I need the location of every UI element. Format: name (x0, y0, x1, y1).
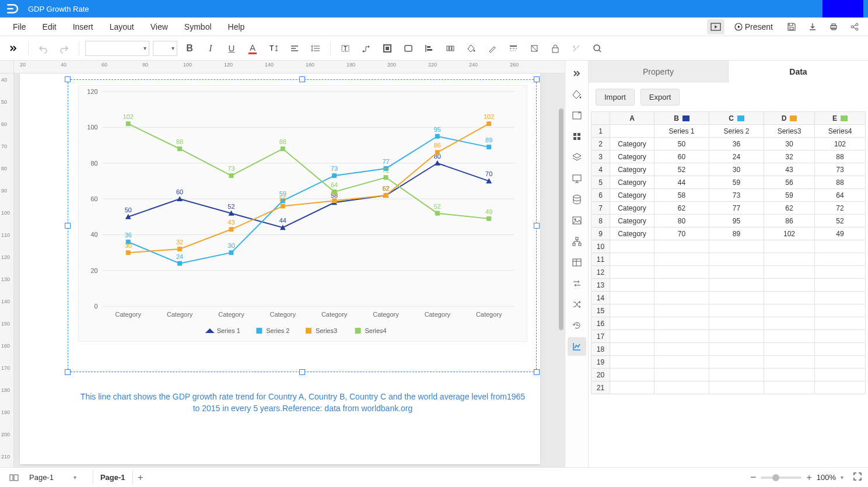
line-style-icon[interactable] (505, 40, 522, 57)
svg-point-7 (856, 28, 858, 30)
share-icon[interactable] (846, 19, 863, 34)
save-icon[interactable] (783, 19, 800, 34)
selection-handle[interactable] (299, 369, 305, 375)
export-button[interactable]: Export (640, 89, 680, 106)
import-button[interactable]: Import (596, 89, 635, 106)
swap-icon[interactable] (568, 274, 586, 293)
hierarchy-icon[interactable] (568, 232, 586, 251)
search-icon[interactable] (589, 40, 606, 57)
menu-item-edit[interactable]: Edit (34, 20, 65, 34)
fill-icon[interactable] (463, 40, 480, 57)
svg-rect-112 (578, 133, 580, 136)
shape-outline-icon[interactable] (379, 40, 396, 57)
selection-handle[interactable] (65, 223, 71, 229)
chart-caption[interactable]: This line chart shows the GDP growth rat… (78, 391, 527, 414)
svg-rect-14 (405, 45, 412, 51)
database-icon[interactable] (568, 190, 586, 209)
layers-icon[interactable] (568, 148, 586, 167)
fullscreen-icon[interactable] (853, 472, 862, 483)
menu-item-insert[interactable]: Insert (65, 20, 102, 34)
collapse-icon[interactable] (568, 64, 586, 83)
title-bar: GDP Growth Rate (0, 0, 868, 17)
svg-rect-13 (386, 47, 389, 50)
svg-rect-15 (427, 46, 430, 48)
table-icon[interactable] (568, 253, 586, 272)
align-objects-icon[interactable] (421, 40, 438, 57)
chart-tool-icon[interactable] (568, 337, 586, 356)
selection-handle[interactable] (534, 369, 540, 375)
lock-icon[interactable] (547, 40, 564, 57)
print-icon[interactable] (825, 19, 842, 34)
zoom-value[interactable]: 100% (817, 473, 836, 482)
undo-icon[interactable] (34, 40, 52, 57)
align-icon[interactable] (286, 40, 303, 57)
zoom-in-icon[interactable]: + (806, 472, 811, 483)
pen-icon[interactable] (484, 40, 501, 57)
underline-icon[interactable]: U (223, 40, 240, 57)
shape-icon[interactable] (400, 40, 417, 57)
svg-rect-19 (452, 46, 454, 51)
selection-handle[interactable] (65, 369, 71, 375)
bold-icon[interactable]: B (181, 40, 198, 57)
font-color-icon[interactable]: A (244, 40, 261, 57)
add-page-icon[interactable]: + (133, 472, 148, 483)
present-label: Present (745, 22, 773, 31)
selection-handle[interactable] (65, 76, 71, 82)
svg-point-23 (594, 45, 600, 51)
menu-item-help[interactable]: Help (220, 20, 253, 34)
page-tab[interactable]: Page-1 (93, 471, 133, 484)
italic-icon[interactable]: I (202, 40, 219, 57)
grid-icon[interactable] (568, 127, 586, 146)
ruler-vertical: 4050607080901001101201301401501601701801… (0, 73, 14, 467)
line-spacing-icon[interactable] (307, 40, 324, 57)
menu-item-layout[interactable]: Layout (102, 20, 142, 34)
svg-point-109 (579, 97, 581, 99)
right-panel-tabs: Property Data (589, 61, 868, 83)
page[interactable]: 020406080100120CategoryCategoryCategoryC… (20, 73, 540, 464)
shuffle-icon[interactable] (568, 295, 586, 314)
svg-rect-111 (573, 133, 576, 136)
present-button[interactable]: Present (728, 20, 779, 34)
zoom-out-icon[interactable]: − (750, 471, 757, 484)
text-box-icon[interactable]: T (337, 40, 354, 57)
tab-property[interactable]: Property (589, 61, 729, 83)
image-icon[interactable] (568, 211, 586, 230)
text-height-icon[interactable]: T (265, 40, 282, 57)
selection-box (68, 79, 537, 372)
export-image-icon[interactable] (568, 106, 586, 125)
download-icon[interactable] (804, 19, 821, 34)
page-list-icon[interactable] (6, 470, 22, 486)
fill-tool-icon[interactable] (568, 85, 586, 104)
menu-item-file[interactable]: File (5, 20, 34, 34)
font-family-select[interactable]: ▾ (85, 41, 149, 56)
history-icon[interactable] (568, 316, 586, 335)
menu-item-view[interactable]: View (142, 20, 176, 34)
svg-text:T: T (344, 45, 347, 52)
zoom-slider[interactable] (761, 477, 802, 479)
status-bar: Page-1▾ Page-1 + − + 100% ▾ (0, 467, 868, 487)
tab-data[interactable]: Data (729, 61, 868, 83)
connector-icon[interactable] (358, 40, 375, 57)
selection-handle[interactable] (299, 76, 305, 82)
selection-handle[interactable] (534, 76, 540, 82)
ruler-corner (0, 61, 14, 73)
expand-icon[interactable] (5, 40, 22, 57)
canvas-area[interactable]: 020406080100120CategoryCategoryCategoryC… (14, 73, 565, 467)
crop-icon[interactable] (526, 40, 543, 57)
presentation-icon[interactable] (568, 169, 586, 188)
page-select[interactable]: Page-1▾ (24, 472, 81, 483)
scrollbar-thumb[interactable] (559, 108, 564, 330)
right-icon-toolbar (565, 61, 588, 467)
tools-icon[interactable] (568, 40, 585, 57)
selection-handle[interactable] (534, 223, 540, 229)
slideshow-icon[interactable] (707, 19, 724, 34)
svg-rect-22 (552, 48, 558, 52)
data-grid[interactable]: ABCDE1Series 1Series 2Series3Series42Cat… (589, 111, 868, 467)
font-size-select[interactable]: ▾ (153, 41, 177, 56)
svg-point-6 (856, 23, 858, 26)
redo-icon[interactable] (55, 40, 73, 57)
menu-item-symbol[interactable]: Symbol (176, 20, 220, 34)
distribute-icon[interactable] (442, 40, 459, 57)
canvas-wrap: 20406080100120140160180200220240260 4050… (0, 61, 565, 467)
app-logo-icon (5, 2, 19, 16)
